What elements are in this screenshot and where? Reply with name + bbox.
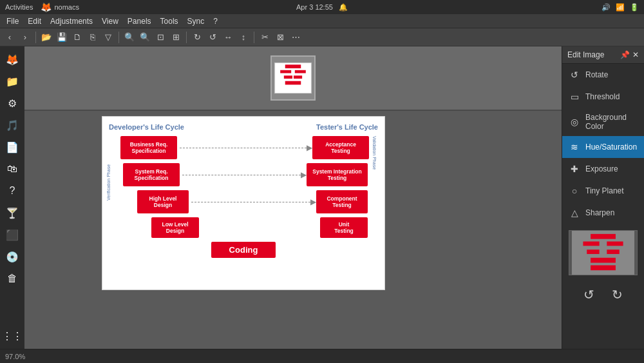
flip-h-button[interactable]: ↔ bbox=[221, 30, 235, 44]
menu-item-adjustments[interactable]: Adjustments bbox=[46, 15, 97, 27]
menu-item-file[interactable]: File bbox=[3, 15, 23, 27]
panel-item-sharpen[interactable]: △ Sharpen bbox=[562, 202, 644, 224]
app-grid[interactable]: ⋮⋮ bbox=[2, 326, 23, 346]
svg-rect-3 bbox=[295, 70, 306, 74]
svg-rect-8 bbox=[591, 234, 616, 239]
app-files[interactable]: 📁 bbox=[2, 71, 23, 92]
topbar-center: Apr 3 12:55 🔔 bbox=[296, 3, 348, 12]
menu-item-edit[interactable]: Edit bbox=[24, 15, 45, 27]
panel-label-exposure: Exposure bbox=[585, 164, 618, 173]
new-button[interactable]: 🗋 bbox=[70, 30, 84, 44]
app-cocktail[interactable]: 🍸 bbox=[2, 202, 23, 223]
rotate-right-button[interactable]: ↻ bbox=[609, 286, 627, 304]
open-button[interactable]: 📂 bbox=[39, 30, 53, 44]
more-button[interactable]: ⋯ bbox=[289, 30, 303, 44]
box-coding: Coding bbox=[211, 242, 276, 258]
svg-rect-11 bbox=[587, 250, 599, 254]
svg-rect-6 bbox=[285, 81, 301, 85]
box-lld: Low LevelDesign bbox=[151, 217, 199, 238]
svg-rect-9 bbox=[583, 242, 599, 246]
rotate-ccw-button[interactable]: ↺ bbox=[205, 30, 220, 44]
zoom-100-button[interactable]: ⊞ bbox=[169, 30, 183, 44]
panel-title: Edit Image bbox=[567, 50, 604, 59]
panel-label-rotate: Rotate bbox=[585, 70, 608, 79]
bell-icon: 🔔 bbox=[339, 3, 348, 11]
app-terminal[interactable]: ⬛ bbox=[2, 224, 23, 245]
app-sound[interactable]: 🎵 bbox=[2, 115, 23, 135]
panel-item-tiny-planet[interactable]: ○ Tiny Planet bbox=[562, 180, 644, 202]
nav-back-button[interactable]: ‹ bbox=[3, 30, 17, 44]
filter-button[interactable]: ▽ bbox=[101, 30, 115, 44]
thumbnail-strip bbox=[24, 46, 562, 111]
topbar: Activities 🦊 nomacs Apr 3 12:55 🔔 🔊 📶 🔋 bbox=[0, 0, 644, 14]
threshold-icon: ▭ bbox=[569, 91, 580, 103]
panel-item-rotate[interactable]: ↺ Rotate bbox=[562, 64, 644, 86]
hue-sat-icon: ≋ bbox=[569, 141, 580, 153]
datetime: Apr 3 12:55 bbox=[296, 3, 333, 11]
menubar: File Edit Adjustments View Panels Tools … bbox=[0, 14, 644, 28]
separator-1 bbox=[35, 32, 36, 43]
panel-thumbnail bbox=[569, 230, 638, 275]
topbar-right: 🔊 📶 🔋 bbox=[601, 3, 639, 12]
save-button[interactable]: 💾 bbox=[55, 30, 69, 44]
flip-v-button[interactable]: ↕ bbox=[236, 30, 251, 44]
app-settings[interactable]: ⚙ bbox=[2, 93, 23, 113]
panel-label-bg-color: Background Color bbox=[585, 113, 638, 131]
separator-4 bbox=[254, 32, 254, 43]
left-sidebar: 🦊 📁 ⚙ 🎵 📄 🛍 ? 🍸 ⬛ 💿 🗑 ⋮⋮ bbox=[0, 46, 24, 349]
panel-item-threshold[interactable]: ▭ Threshold bbox=[562, 86, 644, 108]
diagram-title-right: Tester's Life Cycle bbox=[316, 123, 378, 131]
zoom-out-button[interactable]: 🔍 bbox=[138, 30, 152, 44]
menu-item-panels[interactable]: Panels bbox=[124, 15, 155, 27]
menu-item-view[interactable]: View bbox=[98, 15, 122, 27]
diagram-title-left: Developer's Life Cycle bbox=[109, 123, 184, 131]
volume-icon[interactable]: 🔊 bbox=[601, 3, 611, 12]
nav-forward-button[interactable]: › bbox=[18, 30, 32, 44]
rotate-left-button[interactable]: ↺ bbox=[580, 286, 598, 304]
panel-item-exposure[interactable]: ✚ Exposure bbox=[562, 158, 644, 180]
box-brs: Business Req.Specification bbox=[120, 136, 177, 159]
crop-button[interactable]: ✂ bbox=[258, 30, 272, 44]
firefox-icon: 🦊 bbox=[41, 2, 52, 12]
rotate-icon: ↺ bbox=[569, 69, 580, 81]
diagram-header: Developer's Life Cycle Tester's Life Cyc… bbox=[109, 123, 378, 131]
app-trash[interactable]: 🗑 bbox=[2, 268, 23, 289]
panel-controls: 📌 ✕ bbox=[620, 50, 639, 59]
exposure-icon: ✚ bbox=[569, 163, 580, 175]
panel-pin-icon[interactable]: 📌 bbox=[620, 50, 630, 59]
menu-item-tools[interactable]: Tools bbox=[156, 15, 182, 27]
statusbar: 97.0% bbox=[0, 349, 644, 363]
panel-label-threshold: Threshold bbox=[585, 92, 620, 101]
validation-label: Validation Phase bbox=[372, 136, 377, 201]
right-panel: Edit Image 📌 ✕ ↺ Rotate ▭ Threshold ◎ Ba… bbox=[562, 46, 644, 349]
battery-icon[interactable]: 🔋 bbox=[630, 3, 639, 12]
app-document[interactable]: 📄 bbox=[2, 137, 23, 157]
panel-item-hue-sat[interactable]: ≋ Hue/Saturation bbox=[562, 136, 644, 158]
app-name: nomacs bbox=[54, 3, 79, 11]
panel-item-bg-color[interactable]: ◎ Background Color bbox=[562, 108, 644, 136]
app-disk[interactable]: 💿 bbox=[2, 246, 23, 267]
resize-button[interactable]: ⊠ bbox=[273, 30, 287, 44]
wifi-icon[interactable]: 📶 bbox=[616, 3, 625, 12]
right-panel-header: Edit Image 📌 ✕ bbox=[562, 46, 644, 64]
box-hld: High LevelDesign bbox=[137, 190, 189, 213]
app-firefox[interactable]: 🦊 bbox=[2, 49, 23, 70]
svg-rect-1 bbox=[285, 64, 301, 68]
menu-item-sync[interactable]: Sync bbox=[184, 15, 209, 27]
svg-rect-13 bbox=[591, 258, 616, 263]
copy-button[interactable]: ⎘ bbox=[86, 30, 100, 44]
menu-item-help[interactable]: ? bbox=[209, 15, 222, 27]
panel-label-hue-sat: Hue/Saturation bbox=[585, 142, 637, 152]
activities-label[interactable]: Activities bbox=[5, 3, 33, 11]
panel-label-sharpen: Sharpen bbox=[585, 208, 614, 217]
panel-close-icon[interactable]: ✕ bbox=[632, 50, 639, 59]
svg-rect-12 bbox=[607, 250, 619, 254]
box-at: AcceptanceTesting bbox=[312, 136, 369, 159]
app-store[interactable]: 🛍 bbox=[2, 159, 23, 179]
svg-rect-2 bbox=[280, 70, 291, 74]
zoom-in-button[interactable]: 🔍 bbox=[122, 30, 137, 44]
zoom-fit-button[interactable]: ⊡ bbox=[153, 30, 167, 44]
rotate-cw-button[interactable]: ↻ bbox=[190, 30, 204, 44]
main: 🦊 📁 ⚙ 🎵 📄 🛍 ? 🍸 ⬛ 💿 🗑 ⋮⋮ bbox=[0, 46, 644, 349]
app-help[interactable]: ? bbox=[2, 181, 23, 201]
